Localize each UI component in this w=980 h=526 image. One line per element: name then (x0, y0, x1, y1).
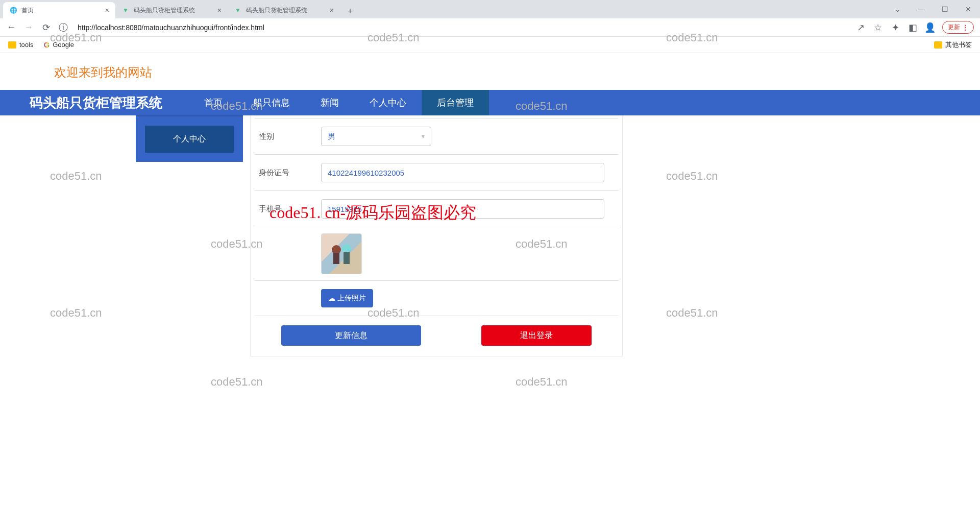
sidepanel-icon[interactable]: ◧ (908, 22, 918, 33)
form-row-idcard: 身份证号 (255, 155, 618, 191)
maximize-button[interactable]: ☐ (933, 0, 957, 18)
form-row-upload: ☁ 上传照片 (255, 281, 618, 316)
upload-button[interactable]: ☁ 上传照片 (321, 289, 373, 307)
bookmark-label: 其他书签 (945, 40, 972, 50)
google-icon: G (43, 40, 50, 49)
close-icon[interactable]: × (330, 6, 334, 14)
url-input[interactable]: http://localhost:8080/matouchuanzhihuogu… (76, 23, 848, 32)
form-row-gender: 性别 男 ▾ (255, 118, 618, 155)
tab-title: 码头船只货柜管理系统 (246, 6, 307, 15)
nav-admin[interactable]: 后台管理 (422, 90, 489, 115)
vue-icon: ▼ (121, 6, 130, 14)
tab-title: 码头船只货柜管理系统 (134, 6, 195, 15)
extensions-icon[interactable]: ✦ (890, 22, 900, 33)
chevron-down-icon[interactable]: ⌄ (886, 0, 910, 18)
chevron-down-icon: ▾ (422, 133, 425, 140)
watermark: code51.cn (211, 375, 263, 389)
share-icon[interactable]: ↗ (855, 22, 866, 33)
vue-icon: ▼ (234, 6, 242, 14)
bookmark-google[interactable]: G Google (43, 40, 74, 49)
nav-news[interactable]: 新闻 (305, 90, 354, 115)
avatar[interactable] (321, 233, 362, 274)
form-card: 性别 男 ▾ 身份证号 手机号 (250, 115, 623, 356)
action-row: 更新信息 退出登录 (251, 316, 622, 346)
nav-links: 首页 船只信息 新闻 个人中心 后台管理 (189, 90, 489, 115)
close-icon[interactable]: × (217, 6, 222, 14)
bookmarks-bar: tools G Google 其他书签 (0, 37, 980, 53)
tab-3[interactable]: ▼ 码头船只货柜管理系统 × (228, 2, 340, 18)
welcome-text: 欢迎来到我的网站 (0, 53, 980, 90)
window-controls: ⌄ — ☐ ✕ (886, 0, 980, 18)
profile-icon[interactable]: 👤 (925, 22, 935, 33)
update-info-button[interactable]: 更新信息 (281, 325, 421, 346)
sidebar-item-profile[interactable]: 个人中心 (145, 126, 234, 153)
svg-rect-3 (344, 252, 350, 264)
globe-icon: 🌐 (9, 6, 17, 14)
minimize-button[interactable]: — (910, 0, 933, 18)
form-row-photo (255, 227, 618, 281)
nav-profile[interactable]: 个人中心 (354, 90, 422, 115)
gender-label: 性别 (255, 132, 321, 141)
info-icon[interactable]: ⓘ (58, 22, 68, 33)
idcard-label: 身份证号 (255, 168, 321, 178)
browser-tabs: 🌐 首页 × ▼ 码头船只货柜管理系统 × ▼ 码头船只货柜管理系统 × + ⌄… (0, 0, 980, 18)
back-button[interactable]: ← (6, 22, 16, 33)
bookmark-label: Google (53, 41, 74, 49)
forward-button[interactable]: → (23, 22, 34, 33)
reload-button[interactable]: ⟳ (41, 22, 51, 33)
brand-title: 码头船只货柜管理系统 (0, 94, 189, 112)
update-button[interactable]: 更新 (942, 21, 974, 34)
cloud-upload-icon: ☁ (328, 294, 335, 302)
nav-ship-info[interactable]: 船只信息 (238, 90, 305, 115)
avatar-image-icon (326, 238, 357, 269)
folder-icon (934, 41, 942, 49)
content-area: 个人中心 性别 男 ▾ 身份证号 手机号 (0, 115, 980, 356)
close-button[interactable]: ✕ (957, 0, 980, 18)
gender-value: 男 (328, 132, 335, 141)
url-text: http://localhost:8080/matouchuanzhihuogu… (78, 23, 264, 32)
page-content: 欢迎来到我的网站 码头船只货柜管理系统 首页 船只信息 新闻 个人中心 后台管理… (0, 53, 980, 356)
address-bar: ← → ⟳ ⓘ http://localhost:8080/matouchuan… (0, 18, 980, 37)
gender-select[interactable]: 男 ▾ (321, 127, 431, 146)
sidebar: 个人中心 (136, 115, 243, 162)
star-icon[interactable]: ☆ (873, 22, 883, 33)
watermark: code51.cn (516, 375, 568, 389)
close-icon[interactable]: × (105, 6, 109, 14)
top-nav: 码头船只货柜管理系统 首页 船只信息 新闻 个人中心 后台管理 (0, 90, 980, 115)
logout-button[interactable]: 退出登录 (481, 325, 592, 346)
phone-input[interactable] (321, 199, 604, 219)
nav-home[interactable]: 首页 (189, 90, 238, 115)
folder-icon (8, 41, 16, 49)
upload-label: 上传照片 (337, 294, 366, 303)
form-row-phone: 手机号 (255, 191, 618, 227)
svg-rect-1 (333, 253, 339, 264)
bookmark-tools[interactable]: tools (8, 41, 33, 49)
update-label: 更新 (948, 23, 960, 32)
new-tab-button[interactable]: + (343, 4, 357, 18)
bookmark-other[interactable]: 其他书签 (934, 40, 972, 50)
tab-title: 首页 (21, 6, 34, 15)
bookmark-label: tools (19, 41, 33, 49)
tab-2[interactable]: ▼ 码头船只货柜管理系统 × (115, 2, 228, 18)
phone-label: 手机号 (255, 204, 321, 214)
idcard-input[interactable] (321, 163, 604, 182)
tab-1[interactable]: 🌐 首页 × (3, 2, 115, 18)
